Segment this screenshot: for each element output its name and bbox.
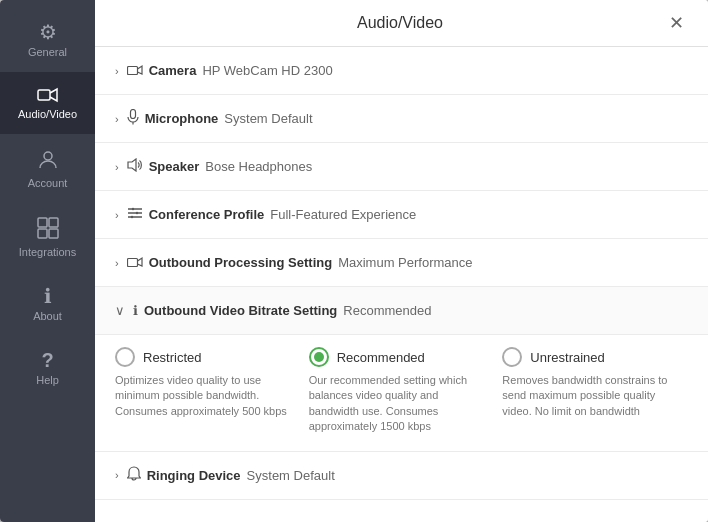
svg-rect-0 — [38, 90, 50, 100]
ringing-device-row[interactable]: › Ringing Device System Default — [95, 452, 708, 500]
svg-point-17 — [135, 212, 137, 214]
chevron-right-icon: › — [115, 161, 119, 173]
option-restricted-header: Restricted — [115, 347, 202, 367]
account-icon — [37, 148, 59, 173]
radio-inner — [314, 352, 324, 362]
ringing-icon — [127, 466, 141, 485]
sidebar-item-general[interactable]: ⚙ General — [0, 8, 95, 72]
chevron-right-icon: › — [115, 65, 119, 77]
option-recommended-header: Recommended — [309, 347, 425, 367]
outbound-processing-value: Maximum Performance — [338, 255, 472, 270]
svg-point-18 — [130, 216, 132, 218]
ringing-device-label: Ringing Device — [147, 468, 241, 483]
microphone-row[interactable]: › Microphone System Default — [95, 95, 708, 143]
help-icon: ? — [41, 350, 53, 370]
bitrate-value: Recommended — [343, 303, 431, 318]
gear-icon: ⚙ — [39, 22, 57, 42]
bitrate-option-unrestrained[interactable]: Unrestrained Removes bandwidth constrain… — [494, 347, 688, 435]
svg-marker-9 — [128, 159, 136, 171]
option-restricted-label: Restricted — [143, 350, 202, 365]
conference-icon — [127, 206, 143, 223]
option-unrestrained-label: Unrestrained — [530, 350, 604, 365]
audio-video-icon — [37, 86, 59, 104]
microphone-label: Microphone — [145, 111, 219, 126]
radio-restricted[interactable] — [115, 347, 135, 367]
outbound-processing-row[interactable]: › Outbound Processing Setting Maximum Pe… — [95, 239, 708, 287]
bitrate-icon: ℹ — [133, 303, 138, 318]
camera-label: Camera — [149, 63, 197, 78]
speaker-value: Bose Headphones — [205, 159, 312, 174]
sidebar: ⚙ General Audio/Video Account — [0, 0, 95, 522]
outbound-processing-label: Outbound Processing Setting — [149, 255, 332, 270]
sidebar-item-about[interactable]: ℹ About — [0, 272, 95, 336]
camera-row[interactable]: › Camera HP WebCam HD 2300 — [95, 47, 708, 95]
sidebar-item-label: Help — [36, 374, 59, 386]
conference-profile-label: Conference Profile — [149, 207, 265, 222]
camera-value: HP WebCam HD 2300 — [202, 63, 332, 78]
sidebar-item-label: Integrations — [19, 246, 76, 258]
speaker-icon — [127, 158, 143, 175]
bitrate-options: Restricted Optimizes video quality to us… — [115, 347, 688, 435]
camera-icon — [127, 63, 143, 79]
speaker-label: Speaker — [149, 159, 200, 174]
microphone-icon — [127, 109, 139, 128]
svg-point-1 — [44, 152, 52, 160]
radio-recommended[interactable] — [309, 347, 329, 367]
sidebar-item-integrations[interactable]: Integrations — [0, 203, 95, 272]
close-button[interactable]: ✕ — [665, 14, 688, 32]
chevron-down-icon: ∨ — [115, 303, 125, 318]
option-unrestrained-desc: Removes bandwidth constrains to send max… — [502, 373, 680, 419]
svg-rect-19 — [127, 258, 137, 266]
svg-rect-3 — [49, 218, 58, 227]
sidebar-item-help[interactable]: ? Help — [0, 336, 95, 400]
bitrate-options-section: Restricted Optimizes video quality to us… — [95, 347, 708, 452]
option-recommended-desc: Our recommended setting which balances v… — [309, 373, 487, 435]
chevron-right-icon: › — [115, 113, 119, 125]
bitrate-option-restricted[interactable]: Restricted Optimizes video quality to us… — [115, 347, 301, 435]
radio-unrestrained[interactable] — [502, 347, 522, 367]
bitrate-label: Outbound Video Bitrate Setting — [144, 303, 337, 318]
svg-point-16 — [131, 208, 133, 210]
sidebar-item-account[interactable]: Account — [0, 134, 95, 203]
chevron-right-icon: › — [115, 469, 119, 481]
outbound-processing-icon — [127, 255, 143, 271]
sidebar-item-label: Account — [28, 177, 68, 189]
svg-rect-6 — [127, 66, 137, 74]
microphone-value: System Default — [224, 111, 312, 126]
conference-profile-value: Full-Featured Experience — [270, 207, 416, 222]
conference-profile-row[interactable]: › Conference Profile Full-F — [95, 191, 708, 239]
option-recommended-label: Recommended — [337, 350, 425, 365]
option-unrestrained-header: Unrestrained — [502, 347, 604, 367]
sidebar-item-label: About — [33, 310, 62, 322]
option-restricted-desc: Optimizes video quality to use minimum p… — [115, 373, 293, 419]
settings-content: › Camera HP WebCam HD 2300 › — [95, 47, 708, 522]
chevron-right-icon: › — [115, 209, 119, 221]
integrations-icon — [37, 217, 59, 242]
main-panel: Audio/Video ✕ › Camera HP WebCam HD 2300… — [95, 0, 708, 522]
svg-rect-4 — [38, 229, 47, 238]
ringing-device-value: System Default — [247, 468, 335, 483]
chevron-right-icon: › — [115, 257, 119, 269]
main-header: Audio/Video ✕ — [95, 0, 708, 47]
svg-rect-7 — [130, 110, 135, 119]
app-window: ⚙ General Audio/Video Account — [0, 0, 708, 522]
speaker-row[interactable]: › Speaker Bose Headphones — [95, 143, 708, 191]
sidebar-item-label: General — [28, 46, 67, 58]
svg-rect-2 — [38, 218, 47, 227]
sidebar-item-audio-video[interactable]: Audio/Video — [0, 72, 95, 134]
bitrate-row[interactable]: ∨ ℹ Outbound Video Bitrate Setting Recom… — [95, 287, 708, 335]
page-title: Audio/Video — [135, 14, 665, 32]
bitrate-option-recommended[interactable]: Recommended Our recommended setting whic… — [301, 347, 495, 435]
svg-rect-5 — [49, 229, 58, 238]
info-icon: ℹ — [44, 286, 52, 306]
sidebar-item-label: Audio/Video — [18, 108, 77, 120]
